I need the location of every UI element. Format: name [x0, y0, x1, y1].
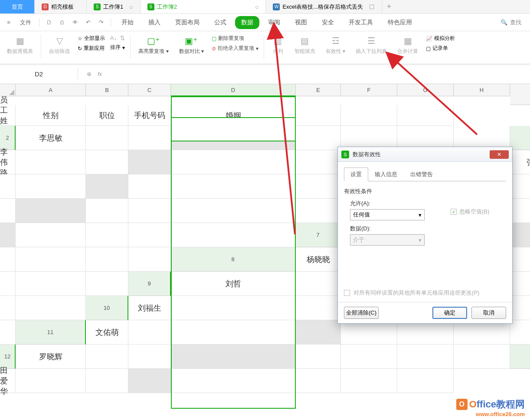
row-header-10[interactable]: 10 — [86, 296, 128, 320]
dialog-tab-erroralert[interactable]: 出错警告 — [404, 167, 439, 181]
cell-d11[interactable] — [296, 320, 341, 345]
cell-e11[interactable] — [341, 320, 397, 345]
cell-g9[interactable] — [0, 296, 16, 320]
cell-a8[interactable]: 杨晓晓 — [296, 247, 341, 272]
cell-h7[interactable] — [128, 247, 171, 272]
cell-d4[interactable] — [86, 174, 128, 199]
row-header-1[interactable]: 1 — [510, 84, 530, 105]
menu-security[interactable]: 安全 — [316, 16, 340, 29]
ribbon-validation[interactable]: ☲ 有效性 ▾ — [323, 35, 348, 55]
clear-all-button[interactable]: 全部清除(C) — [344, 307, 379, 319]
cell-a13[interactable]: 田爱华 — [0, 369, 16, 393]
cell-b9[interactable] — [296, 272, 341, 296]
cell-f6[interactable] — [86, 223, 128, 247]
print-icon[interactable]: ⎙ — [57, 17, 67, 28]
menu-formula[interactable]: 公式 — [208, 16, 232, 29]
cell-g11[interactable] — [454, 320, 510, 345]
row-header-11[interactable]: 11 — [16, 320, 86, 345]
save-icon[interactable]: 🗋 — [44, 17, 54, 28]
cell-a12[interactable]: 罗晓辉 — [16, 345, 86, 369]
cell-h11[interactable] — [510, 320, 530, 345]
cell-a4[interactable]: 张广全 — [510, 150, 530, 174]
ribbon-insertdrop[interactable]: ☰ 插入下拉列表 — [353, 35, 389, 55]
cell-h5[interactable] — [296, 199, 341, 223]
cell-h1[interactable] — [397, 105, 454, 126]
cell-b11[interactable] — [128, 320, 171, 345]
ribbon-reapply[interactable]: ↻重新应用 — [78, 45, 105, 52]
cell-g10[interactable] — [510, 296, 530, 320]
cell-h12[interactable] — [454, 345, 510, 369]
dialog-tab-inputmsg[interactable]: 输入信息 — [368, 167, 404, 181]
cell-f4[interactable] — [171, 174, 296, 199]
cell-b1[interactable]: 性别 — [16, 105, 86, 126]
menu-insert[interactable]: 插入 — [142, 16, 167, 29]
tab-templates[interactable]: D 稻壳模板 — [35, 0, 87, 13]
cell-d2[interactable] — [171, 126, 296, 150]
col-header-b[interactable]: B — [86, 84, 128, 96]
cell-e7[interactable] — [0, 247, 16, 272]
sort-icon[interactable]: ⇅ — [120, 35, 125, 41]
menu-data[interactable]: 数据 — [235, 16, 259, 29]
cell-h13[interactable] — [397, 369, 454, 393]
allow-select[interactable]: 任何值▾ — [350, 209, 425, 220]
col-header-d[interactable]: D — [171, 84, 296, 96]
cell-b3[interactable] — [16, 150, 86, 174]
cell-f8[interactable] — [0, 272, 16, 296]
menu-review[interactable]: 审阅 — [262, 16, 286, 29]
row-header-3[interactable]: 3 — [510, 126, 530, 150]
cell-a11[interactable]: 文佑萌 — [86, 320, 128, 345]
col-header-f[interactable]: F — [341, 84, 397, 96]
cell-b12[interactable] — [86, 345, 128, 369]
cell-e1[interactable]: 婚姻 — [171, 105, 296, 126]
col-header-h[interactable]: H — [454, 84, 510, 96]
cell-c3[interactable] — [86, 150, 128, 174]
zoom-icon[interactable]: ⊕ — [87, 71, 92, 77]
cell-c4[interactable] — [16, 174, 86, 199]
ribbon-fill[interactable]: ▤ 智能填充 — [292, 35, 318, 55]
cell-f1[interactable] — [296, 105, 341, 126]
cell-a9[interactable]: 刘哲 — [171, 272, 296, 296]
select-all-corner[interactable] — [0, 84, 16, 96]
tab-close-icon[interactable]: ☐ — [369, 3, 375, 10]
ribbon-simanalysis[interactable]: 📈模拟分析 — [426, 35, 455, 42]
cell-g5[interactable] — [171, 199, 296, 223]
cell-d12[interactable] — [171, 345, 296, 369]
cell-d13[interactable] — [128, 369, 171, 393]
ribbon-autofilter[interactable]: ▽ 自动筛选 — [46, 35, 72, 55]
cell-e6[interactable] — [16, 223, 86, 247]
cell-e8[interactable] — [510, 247, 530, 272]
ribbon-pivot[interactable]: ▦ 数据透视表 — [4, 35, 36, 55]
cell-c11[interactable] — [171, 320, 296, 345]
cell-e12[interactable] — [296, 345, 341, 369]
cell-g12[interactable] — [397, 345, 454, 369]
cell-g4[interactable] — [296, 174, 341, 199]
cell-d1[interactable]: 手机号码 — [128, 105, 171, 126]
cell-d3[interactable] — [128, 150, 171, 174]
ribbon-showall[interactable]: ☆全部显示 — [78, 35, 105, 42]
tab-close-icon[interactable]: ○ — [255, 3, 258, 10]
cell-e5[interactable] — [86, 199, 128, 223]
cell-d5[interactable] — [16, 199, 86, 223]
menu-file[interactable]: 文件 — [16, 17, 35, 28]
col-header-g[interactable]: G — [397, 84, 454, 96]
col-header-e[interactable]: E — [296, 84, 341, 96]
col-header-a[interactable]: A — [16, 84, 86, 96]
cell-c5[interactable] — [0, 199, 16, 223]
menu-devtools[interactable]: 开发工具 — [343, 16, 379, 29]
cell-g6[interactable] — [128, 223, 171, 247]
cell-c10[interactable] — [296, 296, 341, 320]
redo-icon[interactable]: ↷ — [96, 17, 106, 28]
menu-view[interactable]: 视图 — [289, 16, 313, 29]
cell-e3[interactable] — [171, 150, 296, 174]
cancel-button[interactable]: 取消 — [471, 307, 506, 319]
cell-e13[interactable] — [171, 369, 296, 393]
cell-c1[interactable]: 职位 — [86, 105, 128, 126]
cell-a10[interactable]: 刘福生 — [128, 296, 171, 320]
tab-home[interactable]: 首页 — [0, 0, 35, 13]
cell-h9[interactable] — [16, 296, 86, 320]
cell-a3[interactable]: 李伟路 — [0, 150, 16, 174]
cell-g13[interactable] — [341, 369, 397, 393]
dialog-tab-settings[interactable]: 设置 — [344, 167, 368, 181]
hamburger-icon[interactable]: ≡ — [3, 17, 14, 28]
cell-c2[interactable] — [128, 126, 171, 150]
